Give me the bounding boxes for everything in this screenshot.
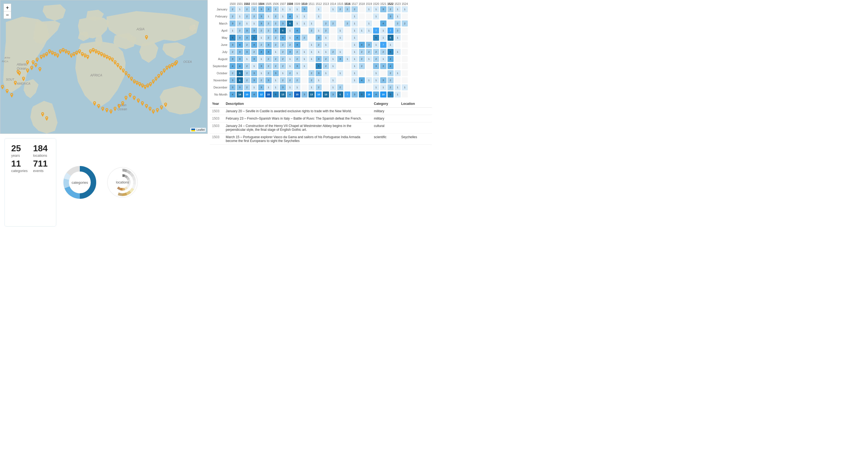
- years-count: 25: [11, 143, 28, 154]
- row-location: Seychelles: [399, 134, 432, 145]
- description-header: Description: [223, 100, 372, 107]
- row-year: 1503: [210, 115, 223, 122]
- map-container: Atlantic Ocean SOUT AMERICA ASIA AFRICA …: [0, 0, 208, 134]
- years-label: years: [11, 154, 28, 158]
- categories-count: 11: [11, 159, 28, 169]
- table-row: 1503 March 15 – Portuguese explorer Vasc…: [210, 134, 432, 145]
- svg-text:AFRICA: AFRICA: [90, 73, 102, 77]
- categories-chart-box: categories: [61, 138, 99, 227]
- svg-text:Indian: Indian: [118, 103, 127, 107]
- svg-text:ASIA: ASIA: [136, 27, 145, 31]
- zoom-out-button[interactable]: −: [4, 11, 11, 19]
- locations-radial-label: locations: [116, 180, 129, 184]
- categories-donut-label: categories: [72, 180, 88, 185]
- year-header: Year: [210, 100, 223, 107]
- data-table: Year Description Category Location 1503 …: [210, 100, 432, 145]
- leaflet-attribution: Leaflet: [190, 128, 206, 132]
- events-stat: 711 events: [33, 159, 50, 173]
- locations-stat: 184 locations: [33, 143, 50, 158]
- category-header: Category: [372, 100, 399, 107]
- row-year: 1503: [210, 107, 223, 115]
- left-panel: Atlantic Ocean SOUT AMERICA ASIA AFRICA …: [0, 0, 208, 231]
- locations-radial: locations: [103, 163, 142, 201]
- right-panel: 1500150115021503150415051506150715081509…: [208, 0, 434, 231]
- locations-count: 184: [33, 143, 50, 154]
- svg-text:Ocean: Ocean: [118, 107, 127, 111]
- table-row: 1503 January 20 – Seville in Castile is …: [210, 107, 432, 115]
- leaflet-flag-icon: [191, 129, 195, 131]
- categories-label: categories: [11, 169, 28, 173]
- categories-donut: categories: [61, 163, 99, 201]
- heatmap-table: 1500150115021503150415051506150715081509…: [210, 2, 408, 98]
- row-category: military: [372, 107, 399, 115]
- row-location: [399, 115, 432, 122]
- stats-panel: 25 years 184 locations 11 categories 711…: [0, 134, 208, 231]
- svg-text:RTH: RTH: [4, 56, 10, 59]
- svg-text:AMERICA: AMERICA: [17, 82, 30, 85]
- categories-stat: 11 categories: [11, 159, 28, 173]
- row-description: February 23 – French–Spanish Wars in Ita…: [223, 115, 372, 122]
- events-count: 711: [33, 159, 50, 169]
- location-header: Location: [399, 100, 432, 107]
- svg-text:Ocean: Ocean: [17, 67, 27, 70]
- svg-text:RICA: RICA: [2, 60, 8, 63]
- heatmap-container: 1500150115021503150415051506150715081509…: [210, 2, 432, 98]
- locations-chart-box: locations: [103, 138, 142, 227]
- stats-numbers-box: 25 years 184 locations 11 categories 711…: [4, 138, 56, 227]
- row-description: January 20 – Seville in Castile is award…: [223, 107, 372, 115]
- row-location: [399, 107, 432, 115]
- svg-text:SOUT: SOUT: [6, 78, 14, 81]
- row-year: 1503: [210, 122, 223, 134]
- zoom-in-button[interactable]: +: [4, 4, 11, 11]
- years-stat: 25 years: [11, 143, 28, 158]
- row-category: cultural: [372, 122, 399, 134]
- svg-text:OCEA: OCEA: [183, 60, 192, 63]
- row-category: military: [372, 115, 399, 122]
- row-description: March 15 – Portuguese explorer Vasco da …: [223, 134, 372, 145]
- row-category: scientific: [372, 134, 399, 145]
- map-controls: + −: [4, 4, 11, 19]
- row-year: 1503: [210, 134, 223, 145]
- leaflet-text: Leaflet: [196, 128, 205, 131]
- locations-label: locations: [33, 154, 50, 158]
- table-row: 1503 February 23 – French–Spanish Wars i…: [210, 115, 432, 122]
- row-description: January 24 – Construction of the Henry V…: [223, 122, 372, 134]
- data-table-container[interactable]: Year Description Category Location 1503 …: [210, 100, 432, 229]
- svg-text:Atlantic: Atlantic: [17, 63, 27, 66]
- row-location: [399, 122, 432, 134]
- table-row: 1503 January 24 – Construction of the He…: [210, 122, 432, 134]
- events-label: events: [33, 169, 50, 173]
